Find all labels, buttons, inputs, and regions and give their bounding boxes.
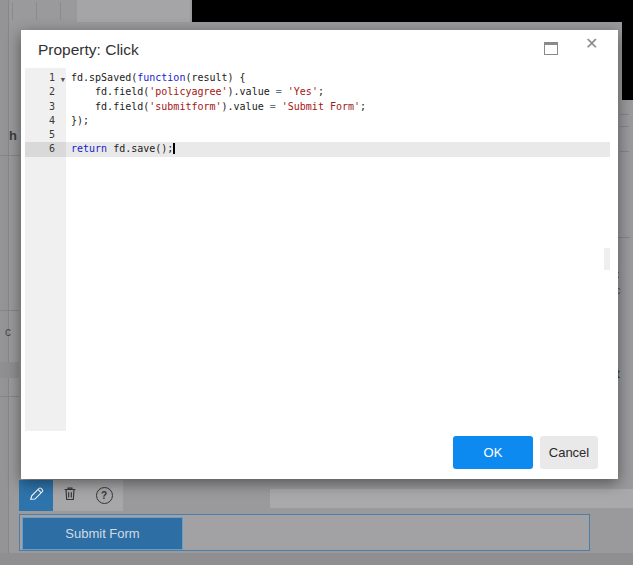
bg-divider [620, 114, 629, 115]
editor-scrollbar[interactable] [604, 248, 610, 270]
property-click-dialog: Property: Click ✕ 1▼fd.spSaved(function(… [21, 30, 618, 479]
bg-dark-strip [622, 0, 633, 100]
bg-text-fragment: h [9, 128, 17, 143]
help-icon: ? [96, 487, 113, 504]
code-line: 4}); [25, 114, 610, 128]
ok-button[interactable]: OK [453, 436, 533, 469]
bg-divider [0, 396, 19, 397]
bg-row-highlight [270, 489, 633, 508]
code-line: 1▼fd.spSaved(function(result) { [25, 71, 610, 85]
line-number: 4 [25, 114, 66, 128]
line-number: 6 [25, 142, 66, 156]
bg-field-fragment [0, 362, 19, 378]
code-lines: 1▼fd.spSaved(function(result) {2 fd.fiel… [25, 71, 610, 157]
bg-left-panel [0, 0, 8, 565]
bg-text-fragment: c [5, 325, 11, 339]
bg-divider [0, 310, 19, 311]
text-cursor [173, 143, 175, 154]
line-number: 2 [25, 85, 66, 99]
bg-toolbar-divider [12, 2, 13, 20]
delete-field-button [53, 480, 87, 511]
code-text: return fd.save(); [66, 142, 610, 156]
bg-topbar-button-group [77, 0, 190, 22]
help-button: ? [87, 480, 121, 511]
bg-divider [618, 237, 630, 238]
code-text [66, 128, 610, 142]
line-number: 5 [25, 128, 66, 142]
code-line: 5 [25, 128, 610, 142]
line-number: 3 [25, 100, 66, 114]
bg-dark-band [192, 0, 633, 22]
code-line: 3 fd.field('submitform').value = 'Submit… [25, 100, 610, 114]
code-line: 2 fd.field('policyagree').value = 'Yes'; [25, 85, 610, 99]
close-icon[interactable]: ✕ [585, 36, 598, 52]
submit-form-button: Submit Form [22, 517, 183, 550]
bg-divider [620, 151, 629, 152]
line-number: 1▼ [25, 71, 66, 85]
edit-properties-button [19, 480, 53, 511]
pencil-icon [27, 485, 45, 507]
bg-bottom-area [0, 553, 633, 565]
code-text: fd.field('policyagree').value = 'Yes'; [66, 85, 610, 99]
code-text: fd.field('submitform').value = 'Submit F… [66, 100, 610, 114]
code-text: }); [66, 114, 610, 128]
bg-divider [0, 155, 20, 156]
bg-toolbar-divider [60, 2, 61, 20]
trash-icon [62, 485, 78, 506]
screen: h c t c it ? Submit Form Property: Click [0, 0, 633, 565]
bg-divider [620, 126, 629, 127]
code-text: fd.spSaved(function(result) { [66, 71, 610, 85]
cancel-button[interactable]: Cancel [540, 436, 598, 469]
dialog-title: Property: Click [38, 41, 139, 59]
bg-left-border [8, 0, 9, 565]
maximize-icon[interactable] [544, 42, 558, 55]
field-toolbar: ? [19, 480, 123, 511]
code-editor[interactable]: 1▼fd.spSaved(function(result) {2 fd.fiel… [25, 68, 610, 431]
bg-toolbar-divider [36, 2, 37, 20]
code-line: 6return fd.save(); [25, 142, 610, 156]
